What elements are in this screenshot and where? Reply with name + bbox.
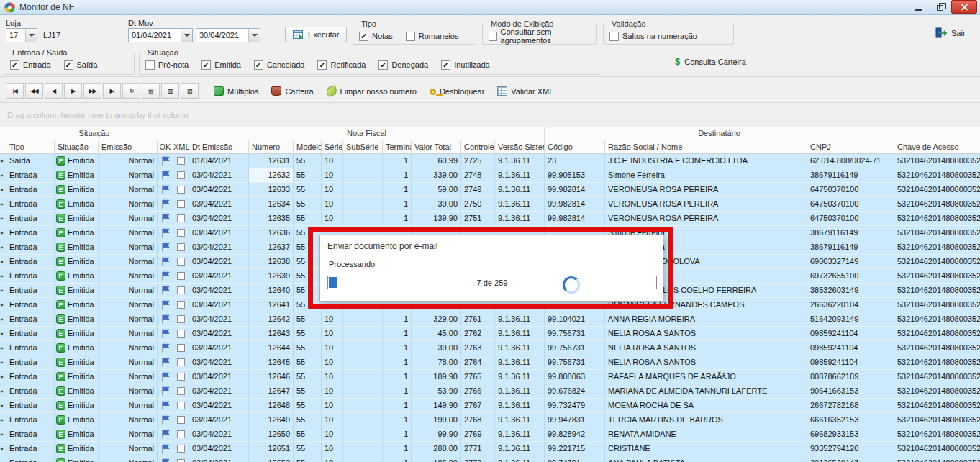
checkbox-box[interactable]: ✓ xyxy=(10,60,19,70)
column-header-ok[interactable]: OK xyxy=(158,140,173,154)
first-record-button[interactable]: |◀ xyxy=(6,83,24,99)
table-row[interactable]: ▸EntradaEEmitidaNormal03/04/202112652551… xyxy=(0,456,980,462)
checkbox-box[interactable]: ✓ xyxy=(359,32,368,41)
checkbox-box[interactable] xyxy=(406,32,415,41)
checkbox-notas[interactable]: ✓Notas xyxy=(359,32,393,41)
prior-record-button[interactable]: ◀ xyxy=(45,83,63,99)
toolbar-button-carteira[interactable]: Carteira xyxy=(265,84,319,98)
column-header-subserie[interactable]: SubSérie xyxy=(343,140,383,154)
xml-checkbox[interactable] xyxy=(177,315,185,323)
band-header-situa-o[interactable]: Situação xyxy=(0,127,189,140)
checkbox-box[interactable]: ✓ xyxy=(254,60,263,70)
group-by-panel[interactable]: Drag a column header here to group by th… xyxy=(0,104,980,126)
xml-checkbox[interactable] xyxy=(177,214,185,222)
refresh-button[interactable]: ↻ xyxy=(122,83,140,99)
checkbox-box[interactable]: ✓ xyxy=(201,60,211,70)
column-header-terminal[interactable]: Terminal xyxy=(383,140,412,154)
xml-checkbox[interactable] xyxy=(177,229,185,237)
xml-checkbox[interactable] xyxy=(177,258,185,266)
xml-checkbox[interactable] xyxy=(177,430,185,438)
table-row[interactable]: ▸EntradaEEmitidaNormal03/04/202112650551… xyxy=(0,427,980,442)
column-header-dt[interactable]: Dt Emissão xyxy=(189,140,249,154)
checkbox-box[interactable]: ✓ xyxy=(64,60,73,70)
checkbox-box[interactable]: ✓ xyxy=(317,60,327,70)
column-header-xml[interactable]: XML xyxy=(173,140,189,154)
table-row[interactable]: ▸EntradaEEmitidaNormal03/04/202112644551… xyxy=(0,341,980,355)
checkbox-box[interactable]: ✓ xyxy=(441,60,450,70)
table-row[interactable]: ▸EntradaEEmitidaNormal03/04/202112642551… xyxy=(0,312,980,327)
date-from-picker[interactable]: 01/04/2021 xyxy=(128,28,193,42)
table-row[interactable]: ▸EntradaEEmitidaNormal03/04/202112648551… xyxy=(0,399,980,413)
checkbox-denegada[interactable]: ✓Denegada xyxy=(378,60,428,70)
band-header-t[interactable]: T xyxy=(894,127,980,140)
date-to-picker[interactable]: 30/04/2021 xyxy=(196,28,260,42)
xml-checkbox[interactable] xyxy=(177,387,185,395)
table-row[interactable]: ▸EntradaEEmitidaNormal03/04/202112643551… xyxy=(0,327,980,341)
table-row[interactable]: ▸EntradaEEmitidaNormal03/04/202112633551… xyxy=(0,183,980,197)
xml-checkbox[interactable] xyxy=(177,416,185,424)
xml-checkbox[interactable] xyxy=(177,286,185,294)
xml-checkbox[interactable] xyxy=(177,445,185,453)
loja-dropdown-icon[interactable] xyxy=(25,29,37,42)
toolbar-button-validar[interactable]: Validar XML xyxy=(491,84,560,98)
loja-select[interactable]: 17 xyxy=(6,28,37,42)
column-header-cnpj[interactable]: CNPJ xyxy=(807,140,894,154)
checkbox-entrada[interactable]: ✓Entrada xyxy=(10,60,51,70)
checkbox-saltos-na-numera-o[interactable]: Saltos na numeração xyxy=(609,32,697,41)
column-header-nome[interactable]: Razão Social / Nome xyxy=(605,140,807,154)
column-header-numero[interactable]: Número xyxy=(249,140,294,154)
checkbox-inutilizada[interactable]: ✓Inutilizada xyxy=(441,60,490,70)
table-row[interactable]: ▸EntradaEEmitidaNormal03/04/202112635551… xyxy=(0,212,980,226)
checkbox-emitida[interactable]: ✓Emitida xyxy=(201,60,241,70)
last-record-button[interactable]: ▶| xyxy=(103,83,121,99)
consulta-carteira-button[interactable]: $ Consulta Carteira xyxy=(675,56,746,67)
xml-checkbox[interactable] xyxy=(177,243,185,251)
date-from-dropdown-icon[interactable] xyxy=(181,29,192,42)
xml-checkbox[interactable] xyxy=(177,272,185,280)
table-row[interactable]: ▸EntradaEEmitidaNormal03/04/202112651551… xyxy=(0,442,980,456)
properties-button[interactable]: ▤ xyxy=(142,83,160,99)
toolbar-button-desbloquear[interactable]: Desbloquear xyxy=(423,84,491,98)
column-header-versao[interactable]: Versão Sistema xyxy=(495,140,545,154)
table-row[interactable]: ▸SaídaEEmitidaNormal01/04/20211263155101… xyxy=(0,154,980,168)
checkbox-box[interactable] xyxy=(609,32,619,41)
xml-checkbox[interactable] xyxy=(177,157,185,165)
close-button[interactable] xyxy=(951,0,977,14)
column-header-chave[interactable]: Chave de Acesso xyxy=(894,140,980,154)
checkbox-sa-da[interactable]: ✓Saída xyxy=(64,60,98,70)
xml-checkbox[interactable] xyxy=(177,171,185,179)
table-row[interactable]: ▸EntradaEEmitidaNormal03/04/202112647551… xyxy=(0,384,980,399)
xml-checkbox[interactable] xyxy=(177,358,185,366)
restore-button[interactable] xyxy=(930,1,949,14)
export-button[interactable]: ▧ xyxy=(181,83,199,99)
next-record-button[interactable]: ▶ xyxy=(64,83,82,99)
column-header-valor[interactable]: Valor Total xyxy=(412,140,461,154)
column-header-serie[interactable]: Série xyxy=(322,140,343,154)
table-row[interactable]: ▸EntradaEEmitidaNormal03/04/202112646551… xyxy=(0,370,980,384)
checkbox-retificada[interactable]: ✓Retificada xyxy=(317,60,366,70)
xml-checkbox[interactable] xyxy=(177,186,185,194)
xml-checkbox[interactable] xyxy=(177,402,185,409)
xml-checkbox[interactable] xyxy=(177,330,185,338)
minimize-button[interactable] xyxy=(909,1,928,14)
checkbox-cancelada[interactable]: ✓Cancelada xyxy=(254,60,305,70)
xml-checkbox[interactable] xyxy=(177,373,185,381)
table-row[interactable]: ▸EntradaEEmitidaNormal03/04/202112645551… xyxy=(0,355,980,370)
column-header-codigo[interactable]: Código xyxy=(545,140,605,154)
print-preview-button[interactable]: ▥ xyxy=(161,83,179,99)
xml-checkbox[interactable] xyxy=(177,459,185,462)
band-header-destinat-rio[interactable]: Destinatário xyxy=(545,127,894,140)
table-row[interactable]: ▸EntradaEEmitidaNormal03/04/202112649551… xyxy=(0,413,980,427)
checkbox-pr-nota[interactable]: Pré-nota xyxy=(145,60,189,70)
toolbar-button-multiplos[interactable]: Múltiplos xyxy=(207,84,265,98)
checkbox-box[interactable] xyxy=(489,32,497,41)
column-header-tipo[interactable]: Tipo xyxy=(6,140,55,154)
checkbox-romaneios[interactable]: Romaneios xyxy=(406,32,459,41)
xml-checkbox[interactable] xyxy=(177,200,185,208)
toolbar-button-limpar[interactable]: Limpar nosso número xyxy=(320,84,423,98)
xml-checkbox[interactable] xyxy=(177,301,185,309)
checkbox-consultar-sem-agrupamentos[interactable]: Consultar sem agrupamentos xyxy=(489,27,591,45)
column-header-emissao[interactable]: Emissão xyxy=(99,140,158,154)
table-row[interactable]: ▸EntradaEEmitidaNormal03/04/202112632551… xyxy=(0,168,980,183)
column-header-controle[interactable]: Controle xyxy=(461,140,495,154)
